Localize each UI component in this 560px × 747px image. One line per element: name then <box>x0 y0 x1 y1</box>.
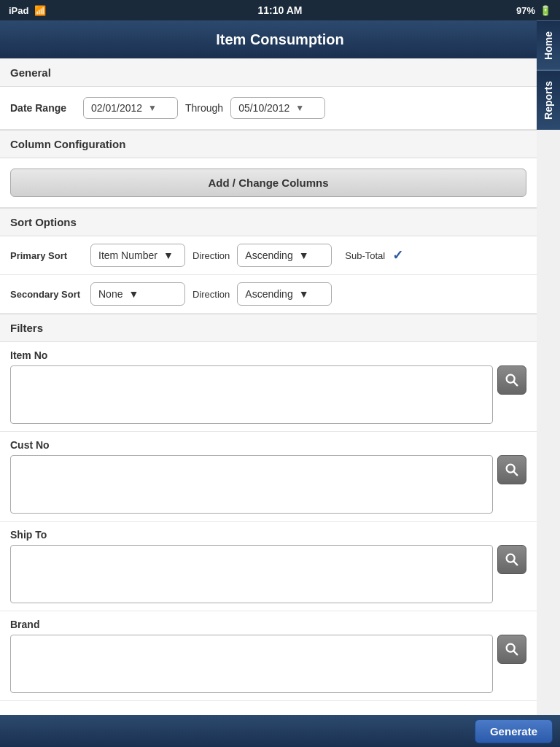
primary-direction-value: Ascending <box>245 249 292 261</box>
primary-sort-chevron-icon: ▼ <box>163 249 174 261</box>
bottom-bar: Generate <box>0 715 560 747</box>
date-to-select[interactable]: 05/10/2012 ▼ <box>230 97 325 119</box>
brand-label: Brand <box>10 619 526 630</box>
through-label: Through <box>185 102 223 114</box>
primary-sort-label: Primary Sort <box>10 250 83 261</box>
primary-sort-value: Item Number <box>98 249 158 261</box>
ship-to-filter-row: Ship To <box>0 522 537 611</box>
subtotal-checkmark-icon: ✓ <box>392 247 403 263</box>
sort-options-header: Sort Options <box>0 208 537 236</box>
item-no-input[interactable] <box>10 365 493 424</box>
cust-no-label: Cust No <box>10 439 526 451</box>
secondary-direction-value: Ascending <box>245 288 292 300</box>
ship-to-label: Ship To <box>10 529 526 541</box>
svg-line-5 <box>513 561 517 565</box>
cust-no-input-row <box>10 455 526 514</box>
secondary-sort-select[interactable]: None ▼ <box>90 282 185 306</box>
title-bar: Item Consumption <box>0 20 560 58</box>
status-bar-left: iPad 📶 <box>9 5 46 16</box>
brand-search-button[interactable] <box>497 635 526 664</box>
cust-no-search-button[interactable] <box>497 455 526 484</box>
date-from-value: 02/01/2012 <box>91 102 142 114</box>
status-bar-time: 11:10 AM <box>258 4 303 16</box>
generate-button[interactable]: Generate <box>475 719 553 743</box>
add-change-columns-button[interactable]: Add / Change Columns <box>10 169 526 197</box>
cust-no-input[interactable] <box>10 455 493 514</box>
subtotal-label: Sub-Total <box>345 250 385 261</box>
side-tabs: Home Reports <box>537 20 560 130</box>
secondary-sort-row: Secondary Sort None ▼ Direction Ascendin… <box>0 275 537 314</box>
brand-search-icon <box>504 641 520 657</box>
sidebar-item-reports[interactable]: Reports <box>537 70 560 130</box>
item-no-search-icon <box>504 372 520 388</box>
date-to-value: 05/10/2012 <box>238 102 289 114</box>
svg-line-3 <box>513 471 517 475</box>
primary-direction-label: Direction <box>192 250 230 261</box>
ship-to-input[interactable] <box>10 545 493 603</box>
date-range-row: Date Range 02/01/2012 ▼ Through 05/10/20… <box>10 97 526 119</box>
secondary-sort-chevron-icon: ▼ <box>128 288 139 300</box>
brand-input-row <box>10 635 526 693</box>
main-content: General Date Range 02/01/2012 ▼ Through … <box>0 58 537 715</box>
item-no-label: Item No <box>10 349 526 361</box>
battery-icon: 🔋 <box>540 5 551 16</box>
battery-label: 97% <box>516 5 535 16</box>
page-title: Item Consumption <box>216 31 344 48</box>
sidebar-item-home[interactable]: Home <box>537 20 560 70</box>
filters-section-header: Filters <box>0 314 537 342</box>
primary-sort-select[interactable]: Item Number ▼ <box>90 244 185 267</box>
general-section-content: Date Range 02/01/2012 ▼ Through 05/10/20… <box>0 87 537 130</box>
svg-line-1 <box>513 382 517 385</box>
secondary-direction-select[interactable]: Ascending ▼ <box>237 282 332 306</box>
column-config-content: Add / Change Columns <box>0 158 537 208</box>
svg-line-7 <box>513 651 517 654</box>
secondary-direction-chevron-icon: ▼ <box>299 288 309 300</box>
ship-to-search-icon <box>504 551 520 568</box>
item-no-search-button[interactable] <box>497 365 526 395</box>
ship-to-input-row <box>10 545 526 603</box>
column-config-header: Column Configuration <box>0 130 537 158</box>
primary-sort-row: Primary Sort Item Number ▼ Direction Asc… <box>0 236 537 275</box>
status-bar: iPad 📶 11:10 AM 97% 🔋 <box>0 0 560 20</box>
brand-input[interactable] <box>10 635 493 693</box>
primary-direction-select[interactable]: Ascending ▼ <box>237 244 332 267</box>
secondary-sort-value: None <box>98 288 122 300</box>
item-no-filter-row: Item No <box>0 342 537 432</box>
ship-to-search-button[interactable] <box>497 545 526 574</box>
device-label: iPad <box>9 5 28 16</box>
brand-filter-row: Brand <box>0 611 537 701</box>
general-section-header: General <box>0 58 537 87</box>
item-no-input-row <box>10 365 526 424</box>
date-range-label: Date Range <box>10 102 76 114</box>
primary-direction-chevron-icon: ▼ <box>299 249 309 261</box>
secondary-sort-label: Secondary Sort <box>10 289 83 300</box>
status-bar-right: 97% 🔋 <box>516 5 551 16</box>
cust-no-filter-row: Cust No <box>0 432 537 522</box>
date-from-select[interactable]: 02/01/2012 ▼ <box>83 97 178 119</box>
secondary-direction-label: Direction <box>192 289 230 300</box>
cust-no-search-icon <box>504 462 520 478</box>
wifi-icon: 📶 <box>34 5 46 16</box>
date-to-chevron-icon: ▼ <box>295 103 304 113</box>
date-from-chevron-icon: ▼ <box>148 103 157 113</box>
